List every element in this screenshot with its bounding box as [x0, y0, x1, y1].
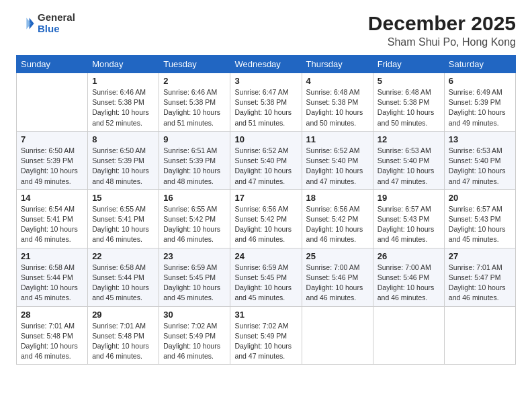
day-cell: 3Sunrise: 6:47 AM Sunset: 5:38 PM Daylig… [230, 73, 302, 132]
day-cell: 31Sunrise: 7:02 AM Sunset: 5:49 PM Dayli… [230, 306, 302, 365]
day-number: 26 [378, 251, 440, 261]
day-number: 8 [92, 134, 154, 144]
day-info: Sunrise: 6:54 AM Sunset: 5:41 PM Dayligh… [21, 204, 83, 245]
day-info: Sunrise: 6:58 AM Sunset: 5:44 PM Dayligh… [21, 263, 83, 304]
day-info: Sunrise: 6:55 AM Sunset: 5:42 PM Dayligh… [163, 204, 226, 245]
day-info: Sunrise: 6:49 AM Sunset: 5:39 PM Dayligh… [449, 87, 511, 128]
day-info: Sunrise: 6:53 AM Sunset: 5:40 PM Dayligh… [449, 146, 511, 187]
day-info: Sunrise: 6:46 AM Sunset: 5:38 PM Dayligh… [92, 87, 154, 128]
day-cell [373, 306, 444, 365]
day-info: Sunrise: 6:57 AM Sunset: 5:43 PM Dayligh… [378, 204, 440, 245]
logo-icon [16, 14, 35, 33]
day-info: Sunrise: 7:01 AM Sunset: 5:47 PM Dayligh… [449, 263, 511, 304]
day-cell: 6Sunrise: 6:49 AM Sunset: 5:39 PM Daylig… [444, 73, 515, 132]
day-info: Sunrise: 6:46 AM Sunset: 5:38 PM Dayligh… [163, 87, 226, 128]
title-block: December 2025 Sham Shui Po, Hong Kong [368, 12, 516, 48]
col-header-friday: Friday [373, 56, 444, 73]
day-number: 27 [449, 251, 511, 261]
logo-general: General [38, 12, 75, 24]
day-info: Sunrise: 6:55 AM Sunset: 5:41 PM Dayligh… [92, 204, 154, 245]
day-cell [444, 306, 515, 365]
day-number: 15 [92, 193, 154, 203]
day-cell: 4Sunrise: 6:48 AM Sunset: 5:38 PM Daylig… [302, 73, 373, 132]
day-number: 12 [378, 134, 440, 144]
day-cell: 26Sunrise: 7:00 AM Sunset: 5:46 PM Dayli… [373, 248, 444, 306]
day-cell: 17Sunrise: 6:56 AM Sunset: 5:42 PM Dayli… [230, 189, 302, 248]
day-info: Sunrise: 6:48 AM Sunset: 5:38 PM Dayligh… [378, 87, 440, 128]
day-cell: 1Sunrise: 6:46 AM Sunset: 5:38 PM Daylig… [88, 73, 159, 132]
day-info: Sunrise: 7:01 AM Sunset: 5:48 PM Dayligh… [92, 321, 154, 362]
day-cell: 7Sunrise: 6:50 AM Sunset: 5:39 PM Daylig… [17, 131, 88, 189]
day-number: 1 [92, 76, 154, 86]
day-number: 4 [306, 76, 369, 86]
week-row-4: 21Sunrise: 6:58 AM Sunset: 5:44 PM Dayli… [17, 248, 516, 306]
day-number: 14 [21, 193, 83, 203]
day-info: Sunrise: 6:47 AM Sunset: 5:38 PM Dayligh… [234, 87, 297, 128]
day-number: 18 [306, 193, 369, 203]
day-number: 22 [92, 251, 154, 261]
day-info: Sunrise: 6:56 AM Sunset: 5:42 PM Dayligh… [234, 204, 297, 245]
day-cell: 16Sunrise: 6:55 AM Sunset: 5:42 PM Dayli… [159, 189, 230, 248]
col-header-saturday: Saturday [444, 56, 515, 73]
week-row-3: 14Sunrise: 6:54 AM Sunset: 5:41 PM Dayli… [17, 189, 516, 248]
day-cell: 10Sunrise: 6:52 AM Sunset: 5:40 PM Dayli… [230, 131, 302, 189]
day-number: 2 [163, 76, 226, 86]
calendar: SundayMondayTuesdayWednesdayThursdayFrid… [16, 55, 516, 365]
day-info: Sunrise: 6:52 AM Sunset: 5:40 PM Dayligh… [234, 146, 297, 187]
sub-title: Sham Shui Po, Hong Kong [368, 36, 516, 48]
day-info: Sunrise: 7:00 AM Sunset: 5:46 PM Dayligh… [306, 263, 369, 304]
day-cell: 30Sunrise: 7:02 AM Sunset: 5:49 PM Dayli… [159, 306, 230, 365]
day-info: Sunrise: 6:51 AM Sunset: 5:39 PM Dayligh… [163, 146, 226, 187]
day-info: Sunrise: 6:58 AM Sunset: 5:44 PM Dayligh… [92, 263, 154, 304]
day-number: 16 [163, 193, 226, 203]
day-number: 29 [92, 310, 154, 320]
week-row-2: 7Sunrise: 6:50 AM Sunset: 5:39 PM Daylig… [17, 131, 516, 189]
day-info: Sunrise: 6:59 AM Sunset: 5:45 PM Dayligh… [163, 263, 226, 304]
day-cell: 24Sunrise: 6:59 AM Sunset: 5:45 PM Dayli… [230, 248, 302, 306]
main-title: December 2025 [368, 12, 516, 35]
day-info: Sunrise: 6:50 AM Sunset: 5:39 PM Dayligh… [21, 146, 83, 187]
day-cell: 28Sunrise: 7:01 AM Sunset: 5:48 PM Dayli… [17, 306, 88, 365]
calendar-header-row: SundayMondayTuesdayWednesdayThursdayFrid… [17, 56, 516, 73]
day-cell: 15Sunrise: 6:55 AM Sunset: 5:41 PM Dayli… [88, 189, 159, 248]
logo: General Blue [16, 12, 75, 34]
day-info: Sunrise: 6:56 AM Sunset: 5:42 PM Dayligh… [306, 204, 369, 245]
day-cell: 18Sunrise: 6:56 AM Sunset: 5:42 PM Dayli… [302, 189, 373, 248]
day-info: Sunrise: 7:00 AM Sunset: 5:46 PM Dayligh… [378, 263, 440, 304]
col-header-monday: Monday [88, 56, 159, 73]
day-number: 28 [21, 310, 83, 320]
day-number: 10 [234, 134, 297, 144]
day-cell: 20Sunrise: 6:57 AM Sunset: 5:43 PM Dayli… [444, 189, 515, 248]
day-number: 11 [306, 134, 369, 144]
logo-text: General Blue [38, 12, 75, 34]
day-number: 13 [449, 134, 511, 144]
day-number: 3 [234, 76, 297, 86]
logo-blue: Blue [38, 24, 75, 35]
day-cell: 25Sunrise: 7:00 AM Sunset: 5:46 PM Dayli… [302, 248, 373, 306]
day-cell: 27Sunrise: 7:01 AM Sunset: 5:47 PM Dayli… [444, 248, 515, 306]
day-cell: 14Sunrise: 6:54 AM Sunset: 5:41 PM Dayli… [17, 189, 88, 248]
day-cell: 11Sunrise: 6:52 AM Sunset: 5:40 PM Dayli… [302, 131, 373, 189]
day-cell [17, 73, 88, 132]
day-number: 17 [234, 193, 297, 203]
day-info: Sunrise: 7:02 AM Sunset: 5:49 PM Dayligh… [163, 321, 226, 362]
day-number: 5 [378, 76, 440, 86]
col-header-wednesday: Wednesday [230, 56, 302, 73]
day-cell: 12Sunrise: 6:53 AM Sunset: 5:40 PM Dayli… [373, 131, 444, 189]
day-info: Sunrise: 6:48 AM Sunset: 5:38 PM Dayligh… [306, 87, 369, 128]
day-cell: 23Sunrise: 6:59 AM Sunset: 5:45 PM Dayli… [159, 248, 230, 306]
day-number: 7 [21, 134, 83, 144]
col-header-sunday: Sunday [17, 56, 88, 73]
day-cell: 19Sunrise: 6:57 AM Sunset: 5:43 PM Dayli… [373, 189, 444, 248]
day-number: 23 [163, 251, 226, 261]
day-cell: 5Sunrise: 6:48 AM Sunset: 5:38 PM Daylig… [373, 73, 444, 132]
page: General Blue December 2025 Sham Shui Po,… [0, 0, 532, 411]
day-info: Sunrise: 6:50 AM Sunset: 5:39 PM Dayligh… [92, 146, 154, 187]
day-number: 21 [21, 251, 83, 261]
day-number: 19 [378, 193, 440, 203]
day-number: 20 [449, 193, 511, 203]
header: General Blue December 2025 Sham Shui Po,… [16, 12, 516, 48]
day-cell: 29Sunrise: 7:01 AM Sunset: 5:48 PM Dayli… [88, 306, 159, 365]
day-number: 31 [234, 310, 297, 320]
day-number: 30 [163, 310, 226, 320]
